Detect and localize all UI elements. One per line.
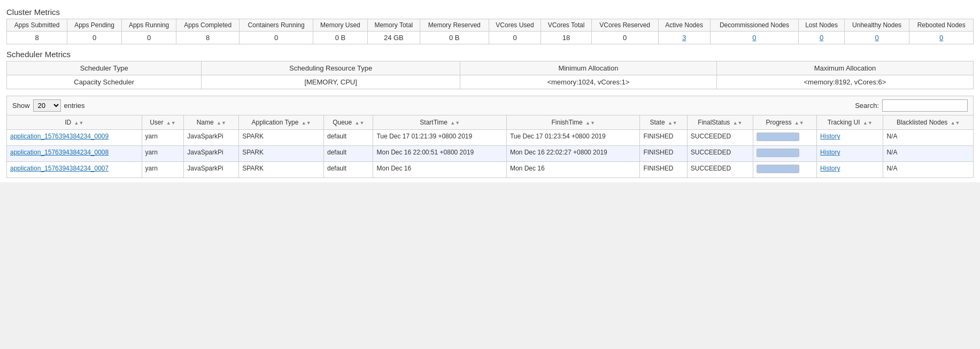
app-user-2: yarn <box>142 162 184 178</box>
show-select[interactable]: 102050100 <box>33 99 61 112</box>
cluster-col-header-3: Apps Completed <box>176 19 240 32</box>
scheduler-col-value-1: [MEMORY, CPU] <box>202 75 460 89</box>
apps-col-header-3[interactable]: Application Type ▲▼ <box>239 115 324 130</box>
cluster-col-header-13: Lost Nodes <box>799 19 844 32</box>
scheduler-col-value-0: Capacity Scheduler <box>7 75 202 89</box>
cluster-value-link-11[interactable]: 3 <box>682 34 686 42</box>
apps-col-header-7[interactable]: State ▲▼ <box>640 115 687 130</box>
cluster-col-header-8: VCores Used <box>489 19 541 32</box>
app-user-1: yarn <box>142 146 184 162</box>
cluster-col-value-11: 3 <box>658 32 710 44</box>
app-id-link-2[interactable]: application_1576394384234_0007 <box>10 165 109 172</box>
cluster-col-header-6: Memory Total <box>367 19 420 32</box>
cluster-col-value-2: 0 <box>121 32 176 44</box>
search-area: Search: <box>855 99 968 112</box>
cluster-col-header-7: Memory Reserved <box>420 19 489 32</box>
app-state-2: FINISHED <box>640 162 687 178</box>
scheduler-metrics-title: Scheduler Metrics <box>6 50 974 59</box>
scheduler-col-value-3: <memory:8192, vCores:6> <box>716 75 973 89</box>
sort-icon-0: ▲▼ <box>74 121 84 126</box>
cluster-col-value-4: 0 <box>240 32 313 44</box>
cluster-value-link-13[interactable]: 0 <box>820 34 823 42</box>
apps-col-header-11[interactable]: Blacklisted Nodes ▲▼ <box>883 115 974 130</box>
app-tracking-2: History <box>817 162 883 178</box>
app-type-1: SPARK <box>239 146 324 162</box>
sort-icon-8: ▲▼ <box>733 121 743 126</box>
sort-icon-6: ▲▼ <box>585 121 595 126</box>
search-input[interactable] <box>882 99 968 112</box>
app-type-0: SPARK <box>239 130 324 146</box>
apps-col-header-0[interactable]: ID ▲▼ <box>7 115 142 130</box>
cluster-metrics-section: Cluster Metrics Apps SubmittedApps Pendi… <box>6 7 974 44</box>
search-label: Search: <box>855 102 879 110</box>
scheduler-col-value-2: <memory:1024, vCores:1> <box>460 75 716 89</box>
app-progress-0 <box>753 130 817 146</box>
apps-col-header-9[interactable]: Progress ▲▼ <box>753 115 817 130</box>
cluster-value-link-15[interactable]: 0 <box>939 34 943 42</box>
app-tracking-1: History <box>817 146 883 162</box>
apps-col-header-4[interactable]: Queue ▲▼ <box>324 115 373 130</box>
apps-col-header-10[interactable]: Tracking UI ▲▼ <box>817 115 883 130</box>
app-name-2: JavaSparkPi <box>184 162 239 178</box>
cluster-col-value-3: 8 <box>176 32 240 44</box>
scheduler-col-header-1: Scheduling Resource Type <box>202 61 460 75</box>
app-id-cell-2: application_1576394384234_0007 <box>7 162 142 178</box>
progress-bar-container-0 <box>757 133 799 141</box>
app-name-1: JavaSparkPi <box>184 146 239 162</box>
cluster-col-header-0: Apps Submitted <box>7 19 67 32</box>
progress-bar-fill-0 <box>757 133 799 141</box>
tracking-ui-link-0[interactable]: History <box>820 133 840 140</box>
sort-icon-1: ▲▼ <box>166 121 176 126</box>
scheduler-col-header-0: Scheduler Type <box>7 61 202 75</box>
sort-icon-7: ▲▼ <box>668 121 677 126</box>
page-container: Cluster Metrics Apps SubmittedApps Pendi… <box>0 0 980 182</box>
progress-bar-fill-1 <box>757 149 799 157</box>
cluster-col-header-14: Unhealthy Nodes <box>844 19 909 32</box>
table-row: application_1576394384234_0007yarnJavaSp… <box>7 162 974 178</box>
cluster-value-link-12[interactable]: 0 <box>752 34 756 42</box>
cluster-col-header-9: VCores Total <box>541 19 591 32</box>
table-row: application_1576394384234_0009yarnJavaSp… <box>7 130 974 146</box>
app-id-link-0[interactable]: application_1576394384234_0009 <box>10 133 109 140</box>
app-progress-1 <box>753 146 817 162</box>
app-tracking-0: History <box>817 130 883 146</box>
cluster-col-header-12: Decommissioned Nodes <box>710 19 799 32</box>
sort-icon-2: ▲▼ <box>217 121 226 126</box>
tracking-ui-link-2[interactable]: History <box>820 165 840 172</box>
app-name-0: JavaSparkPi <box>184 130 239 146</box>
app-state-0: FINISHED <box>640 130 687 146</box>
cluster-col-value-13: 0 <box>799 32 844 44</box>
cluster-col-header-11: Active Nodes <box>658 19 710 32</box>
app-state-1: FINISHED <box>640 146 687 162</box>
app-finishtime-0: Tue Dec 17 01:23:54 +0800 2019 <box>506 130 639 146</box>
apps-col-header-6[interactable]: FinishTime ▲▼ <box>506 115 639 130</box>
apps-col-header-8[interactable]: FinalStatus ▲▼ <box>687 115 753 130</box>
apps-col-header-1[interactable]: User ▲▼ <box>142 115 184 130</box>
progress-bar-fill-2 <box>757 165 799 173</box>
sort-icon-3: ▲▼ <box>302 121 311 126</box>
cluster-value-link-14[interactable]: 0 <box>875 34 878 42</box>
table-row: application_1576394384234_0008yarnJavaSp… <box>7 146 974 162</box>
app-id-link-1[interactable]: application_1576394384234_0008 <box>10 149 109 156</box>
app-blacklisted-0: N/A <box>883 130 974 146</box>
app-finishtime-1: Mon Dec 16 22:02:27 +0800 2019 <box>506 146 639 162</box>
cluster-col-value-8: 0 <box>489 32 541 44</box>
scheduler-metrics-section: Scheduler Metrics Scheduler TypeScheduli… <box>6 50 974 89</box>
app-progress-2 <box>753 162 817 178</box>
app-id-cell-0: application_1576394384234_0009 <box>7 130 142 146</box>
scheduler-col-header-3: Maximum Allocation <box>716 61 973 75</box>
cluster-col-header-5: Memory Used <box>313 19 368 32</box>
app-queue-2: default <box>324 162 373 178</box>
tracking-ui-link-1[interactable]: History <box>820 149 840 156</box>
cluster-metrics-table: Apps SubmittedApps PendingApps RunningAp… <box>6 19 974 44</box>
cluster-metrics-title: Cluster Metrics <box>6 7 974 17</box>
cluster-col-value-14: 0 <box>844 32 909 44</box>
app-starttime-0: Tue Dec 17 01:21:39 +0800 2019 <box>373 130 506 146</box>
cluster-col-value-0: 8 <box>7 32 67 44</box>
apps-col-header-5[interactable]: StartTime ▲▼ <box>373 115 506 130</box>
scheduler-metrics-table: Scheduler TypeScheduling Resource TypeMi… <box>6 61 974 89</box>
cluster-col-value-10: 0 <box>591 32 658 44</box>
cluster-col-value-1: 0 <box>67 32 122 44</box>
sort-icon-11: ▲▼ <box>951 121 960 126</box>
apps-col-header-2[interactable]: Name ▲▼ <box>184 115 239 130</box>
